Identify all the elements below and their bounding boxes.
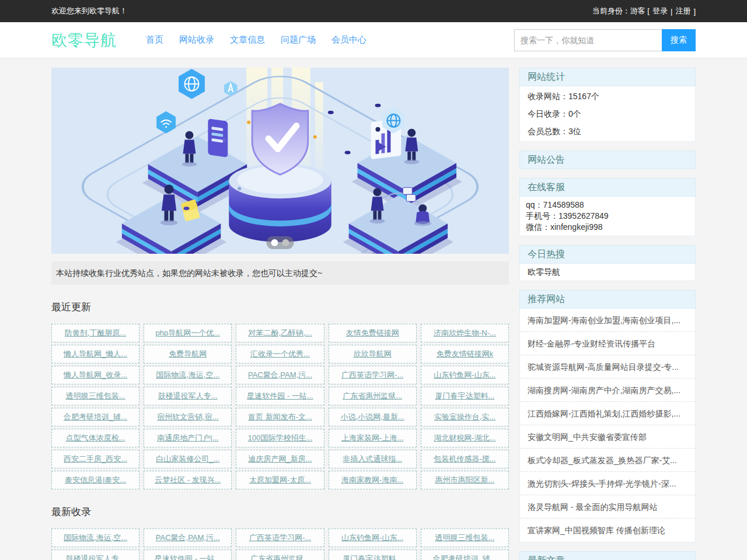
site-link[interactable]: 合肥考研培训_辅... bbox=[51, 408, 139, 426]
site-link[interactable]: 点型气体浓度检... bbox=[51, 429, 139, 447]
sidebar: 网站统计 收录网站：15167个今日收录：0个会员总数：3位 网站公告 在线客服… bbox=[519, 68, 696, 560]
main-nav: 首页网站收录文章信息问题广场会员中心 bbox=[146, 34, 366, 46]
identity-separator: | bbox=[671, 7, 672, 16]
announcement-title: 网站公告 bbox=[519, 150, 696, 169]
site-link[interactable]: 海南家教网-海南... bbox=[329, 471, 417, 489]
site-link[interactable]: 太原加盟网-太原... bbox=[236, 471, 324, 489]
site-link[interactable]: 白山家装修公司_... bbox=[144, 450, 232, 468]
site-link[interactable]: 山东钓鱼网-山东... bbox=[421, 366, 509, 384]
hero-carousel bbox=[51, 68, 509, 254]
sidebar-section-latest-articles: 最新文章 bbox=[519, 551, 696, 560]
recommended-site-link[interactable]: 板式冷却器_板式蒸发器_换热器厂家-艾... bbox=[520, 449, 695, 472]
section-title-recent-updates: 最近更新 bbox=[51, 300, 509, 314]
nav-item[interactable]: 首页 bbox=[146, 34, 163, 46]
search-input[interactable] bbox=[514, 29, 662, 51]
site-link[interactable]: 懒人导航网_收录... bbox=[51, 366, 139, 384]
recommended-site-link[interactable]: 江西婚嫁网-江西婚礼策划,江西婚纱摄影,... bbox=[520, 402, 695, 425]
recommended-site-link[interactable]: 宣讲家网_中国视频智库 传播创新理论 bbox=[520, 519, 695, 542]
site-link[interactable]: 云梦社区 - 发现兴... bbox=[144, 471, 232, 489]
recommended-site-link[interactable]: 激光切割头-焊接头-手持焊-光学镜片-深... bbox=[520, 472, 695, 495]
site-link[interactable]: 防黄剂,丁酰肼原... bbox=[51, 324, 139, 342]
site-link[interactable]: 实验室操作台,实... bbox=[421, 408, 509, 426]
site-link[interactable]: 惠州市惠阳区新... bbox=[421, 471, 509, 489]
stat-row: 会员总数：3位 bbox=[520, 123, 695, 140]
site-link[interactable]: 西安二手房_西安... bbox=[51, 450, 139, 468]
site-link[interactable]: 济南欣烨生物-N-... bbox=[421, 324, 509, 342]
site-link[interactable]: 100国际学校招生... bbox=[236, 429, 324, 447]
sidebar-section-service: 在线客服 qq：714589588手机号：13952627849微信：xinfe… bbox=[519, 178, 696, 236]
carousel-dot-1[interactable] bbox=[271, 239, 278, 246]
hero-illustration bbox=[51, 68, 509, 254]
identity-prefix: 当前身份：游客 [ bbox=[592, 6, 650, 16]
site-link[interactable]: 山东钓鱼网-山东... bbox=[329, 528, 417, 547]
recommended-site-link[interactable]: 湖南搜房网-湖南房产中介,湖南房产交易,... bbox=[520, 379, 695, 402]
site-link[interactable]: 广西英语学习网-... bbox=[236, 528, 324, 547]
sidebar-section-stats: 网站统计 收录网站：15167个今日收录：0个会员总数：3位 bbox=[519, 68, 696, 142]
sidebar-section-hot-search: 今日热搜 欧零导航 bbox=[519, 245, 696, 281]
welcome-text: 欢迎您来到欧零导航！ bbox=[51, 6, 127, 16]
site-link[interactable]: 泰安信息港|泰安... bbox=[51, 471, 139, 489]
site-link[interactable]: 宿州软文营销,宿... bbox=[144, 408, 232, 426]
site-link[interactable]: 透明膜三维包装... bbox=[421, 528, 509, 547]
site-link[interactable]: 广西英语学习网-... bbox=[329, 366, 417, 384]
nav-item[interactable]: 会员中心 bbox=[331, 34, 366, 46]
site-link[interactable]: 鼓楼退役军人专... bbox=[144, 387, 232, 405]
nav-item[interactable]: 问题广场 bbox=[281, 34, 316, 46]
stats-title: 网站统计 bbox=[519, 68, 696, 86]
carousel-dot-2[interactable] bbox=[282, 239, 289, 246]
site-link[interactable]: 首页 新闻发布-文... bbox=[236, 408, 324, 426]
register-link[interactable]: 注册 bbox=[675, 6, 690, 16]
site-link[interactable]: php导航网一个优... bbox=[144, 324, 232, 342]
recommended-site-link[interactable]: 驼城资源导航网-高质量网站目录提交-专... bbox=[520, 355, 695, 379]
site-link[interactable]: 小说,小说网,最新... bbox=[329, 408, 417, 426]
site-link[interactable]: 星速软件园 - 一站... bbox=[236, 387, 324, 405]
site-link[interactable]: 透明膜三维包装... bbox=[51, 387, 139, 405]
site-link[interactable]: 广东省惠州监狱... bbox=[236, 550, 324, 560]
recommended-site-link[interactable]: 财经-金融界-专业财经资讯传播平台 bbox=[520, 332, 695, 355]
latest-articles-title: 最新文章 bbox=[519, 551, 696, 560]
site-link[interactable]: 南通房地产门户|... bbox=[144, 429, 232, 447]
site-link[interactable]: 免费友情链接网k bbox=[421, 345, 509, 363]
stat-row: 今日收录：0个 bbox=[520, 105, 695, 123]
recommended-site-link[interactable]: 洛灵导航网 - 最全面的实用导航网站 bbox=[520, 495, 695, 519]
sidebar-section-announcement: 网站公告 bbox=[519, 150, 696, 169]
site-link[interactable]: 湖北财税网-湖北... bbox=[421, 429, 509, 447]
search-button[interactable]: 搜索 bbox=[662, 29, 696, 51]
site-link[interactable]: PAC聚合,PAM,污... bbox=[144, 528, 232, 547]
site-link[interactable]: 国际物流,海运,空... bbox=[51, 528, 139, 547]
recommended-site-link[interactable]: 安徽文明网_中共安徽省委宣传部 bbox=[520, 425, 695, 449]
site-link[interactable]: 国际物流,海运,空... bbox=[144, 366, 232, 384]
site-link[interactable]: 非插入式通球指... bbox=[329, 450, 417, 468]
login-link[interactable]: 登录 bbox=[652, 6, 668, 16]
site-link[interactable]: PAC聚合,PAM,污... bbox=[236, 366, 324, 384]
hot-search-item[interactable]: 欧零导航 bbox=[520, 264, 695, 281]
recommended-site-link[interactable]: 海南加盟网-海南创业加盟,海南创业项目,... bbox=[520, 309, 695, 332]
site-link[interactable]: 广东省惠州监狱... bbox=[329, 387, 417, 405]
site-link[interactable]: 厦门春宇达塑料... bbox=[421, 387, 509, 405]
carousel-dots bbox=[267, 236, 294, 249]
site-link[interactable]: 对苯二酚,乙醇钠,... bbox=[236, 324, 324, 342]
site-link[interactable]: 星速软件园 - 一站... bbox=[144, 550, 232, 560]
site-logo[interactable]: 欧零导航 bbox=[51, 30, 117, 51]
site-link[interactable]: 合肥考研培训_辅... bbox=[421, 550, 509, 560]
site-link[interactable]: 欣欣导航网 bbox=[329, 345, 417, 363]
search-bar: 搜索 bbox=[514, 29, 696, 51]
main-column: 本站持续收集行业优秀站点，如果您的网站未被收录，您也可以主动提交~ 最近更新 防… bbox=[51, 68, 509, 560]
nav-item[interactable]: 文章信息 bbox=[230, 34, 265, 46]
service-line: qq：714589588 bbox=[526, 200, 689, 211]
site-link[interactable]: 上海家装网-上海... bbox=[329, 429, 417, 447]
site-link[interactable]: 免费导航网 bbox=[144, 345, 232, 363]
site-link[interactable]: 包装机传感器-搅... bbox=[421, 450, 509, 468]
site-link[interactable]: 友情免费链接网 bbox=[329, 324, 417, 342]
section-title-latest-included: 最新收录 bbox=[51, 505, 509, 519]
recent-updates-grid: 防黄剂,丁酰肼原...php导航网一个优...对苯二酚,乙醇钠,...友情免费链… bbox=[51, 324, 509, 489]
site-link[interactable]: 迪庆房产网_新房... bbox=[236, 450, 324, 468]
site-link[interactable]: 厦门春宇达塑料... bbox=[329, 550, 417, 560]
sidebar-section-recommended: 推荐网站 海南加盟网-海南创业加盟,海南创业项目,...财经-金融界-专业财经资… bbox=[519, 290, 696, 542]
service-line: 微信：xinfengkeji998 bbox=[526, 222, 689, 233]
site-link[interactable]: 汇收录一个优秀... bbox=[236, 345, 324, 363]
site-link[interactable]: 鼓楼退役军人专... bbox=[51, 550, 139, 560]
service-line: 手机号：13952627849 bbox=[526, 211, 689, 222]
site-link[interactable]: 懒人导航网_懒人... bbox=[51, 345, 139, 363]
nav-item[interactable]: 网站收录 bbox=[179, 34, 214, 46]
